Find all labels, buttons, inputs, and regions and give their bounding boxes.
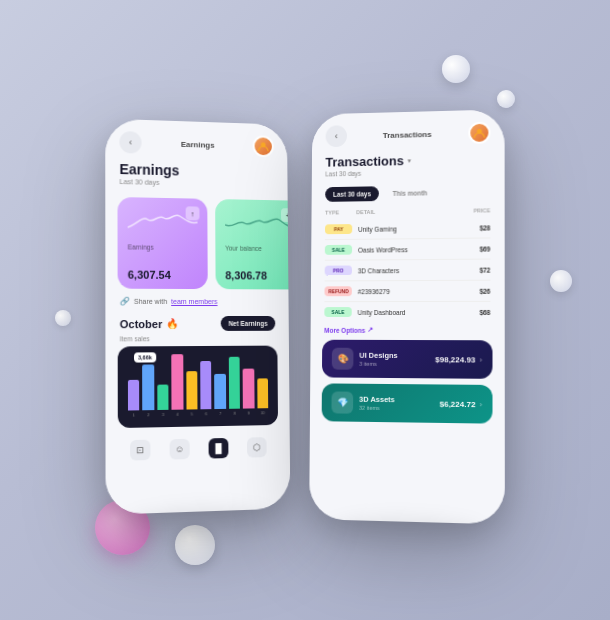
right-back-button[interactable]: ‹ [326, 125, 347, 147]
bottom-card-1[interactable]: 💎 3D Assets 32 items $6,224.72 › [322, 383, 493, 423]
balance-card: + Your balance 8,306.78 [215, 199, 290, 290]
bottom-card-0[interactable]: 🎨 UI Designs 3 items $98,224.93 › [322, 340, 493, 379]
bottom-card-info-1: 3D Assets 32 items [359, 395, 395, 411]
left-phone-top-bar: ‹ Earnings [105, 119, 287, 162]
right-phone-screen: ‹ Transactions Transactions ▾ Last 30 da… [309, 109, 505, 524]
bar-label-4: 4 [172, 412, 183, 417]
tx-name-2: 3D Characters [358, 266, 456, 274]
tx-name-4: Unity Dashboard [358, 308, 456, 315]
bar-1 [128, 380, 140, 411]
tx-price-4: $68 [462, 308, 490, 315]
bottom-card-value-row-1: $6,224.72 › [439, 399, 482, 409]
filter-tab-1[interactable]: This month [385, 185, 436, 201]
right-avatar [468, 122, 490, 144]
balance-card-icon: + [281, 208, 290, 222]
fire-icon: 🔥 [166, 318, 178, 329]
tx-price-1: $69 [462, 245, 490, 252]
bar-chart-tooltip: 3,66k [134, 352, 156, 362]
bottom-card-info-0: UI Designs 3 items [359, 351, 397, 367]
bottom-card-label-1: 3D Assets [359, 395, 395, 404]
bar-9 [243, 369, 254, 409]
earnings-card-label: Earnings [128, 243, 198, 251]
bar-label-7: 7 [215, 411, 226, 416]
tx-price-0: $28 [462, 224, 490, 231]
left-bottom-nav: ⊡ ☺ ▐▌ ⬡ [106, 429, 290, 472]
bar-7 [215, 374, 226, 409]
decorative-sphere-top-right [442, 55, 470, 83]
bar-3 [157, 385, 169, 410]
bar-label-9: 9 [243, 410, 254, 415]
october-label: October [120, 318, 163, 330]
th-type: TYPE [325, 209, 352, 215]
tx-badge-3: REFUND [324, 286, 351, 296]
transaction-row-4[interactable]: SALEUnity Dashboard$68 [311, 302, 505, 322]
october-row: October 🔥 Net Earnings [105, 314, 288, 335]
earnings-card: ↑ Earnings 6,307.54 [117, 197, 207, 289]
bar-5 [186, 371, 198, 409]
filter-tab-0[interactable]: Last 30 days [325, 186, 379, 202]
left-screen-title: Earnings [181, 139, 215, 149]
bar-label-10: 10 [257, 410, 268, 415]
tx-price-2: $72 [462, 266, 490, 273]
bar-8 [229, 357, 241, 409]
nav-icon-menu[interactable]: ⬡ [247, 437, 267, 457]
th-price: PRICE [462, 207, 490, 213]
share-text: Share with [134, 298, 167, 305]
nav-icon-chart[interactable]: ▐▌ [209, 438, 229, 459]
transactions-title-row: Transactions ▾ [325, 151, 490, 169]
right-phone: ‹ Transactions Transactions ▾ Last 30 da… [309, 109, 505, 524]
right-screen-title: Transactions [383, 130, 432, 140]
decorative-sphere-bottom-left [175, 525, 215, 565]
more-options-link[interactable]: More Options ↗ [311, 322, 505, 340]
bar-6 [200, 361, 212, 409]
tx-name-3: #23936279 [358, 287, 456, 294]
share-icon: 🔗 [120, 297, 130, 306]
bar-chart-area: 3,66k 12345678910 [118, 346, 278, 428]
bottom-card-label-0: UI Designs [359, 351, 397, 360]
net-earnings-button[interactable]: Net Earnings [221, 316, 276, 331]
tx-name-1: Oasis WordPress [358, 245, 456, 253]
october-left: October 🔥 [120, 318, 179, 330]
filter-tabs: Last 30 daysThis month [312, 180, 505, 210]
bar-label-5: 5 [186, 411, 197, 416]
balance-card-value: 8,306.78 [225, 269, 290, 281]
decorative-sphere-mid-left [55, 310, 71, 326]
bar-label-2: 2 [143, 412, 155, 417]
bar-label-8: 8 [229, 411, 240, 416]
tx-badge-0: PAY [325, 224, 352, 234]
bottom-card-sublabel-1: 32 items [359, 405, 395, 411]
earnings-header: Earnings Last 30 days [105, 157, 287, 197]
transaction-row-2[interactable]: PRO3D Characters$72 [311, 259, 505, 280]
left-avatar [253, 135, 274, 157]
left-back-button[interactable]: ‹ [119, 131, 141, 154]
transactions-chevron[interactable]: ▾ [408, 157, 412, 165]
bottom-card-arrow-0: › [480, 355, 483, 364]
more-options-label: More Options [324, 326, 365, 333]
left-phone-screen: ‹ Earnings Earnings Last 30 days ↑ [105, 119, 290, 515]
bottom-card-value-0: $98,224.93 [435, 355, 475, 364]
transaction-row-0[interactable]: PAYUnity Gaming$28 [311, 217, 504, 239]
left-phone: ‹ Earnings Earnings Last 30 days ↑ [105, 119, 290, 515]
bar-labels: 12345678910 [128, 410, 268, 417]
transactions-title: Transactions [325, 153, 403, 169]
transactions-header: Transactions ▾ Last 30 days [312, 147, 505, 183]
team-members-link[interactable]: team members [171, 298, 217, 305]
nav-icon-home[interactable]: ⊡ [130, 440, 150, 461]
share-row: 🔗 Share with team members [105, 297, 288, 314]
bottom-card-icon-1: 💎 [331, 391, 353, 413]
nav-icon-profile[interactable]: ☺ [169, 439, 189, 460]
transaction-row-1[interactable]: SALEOasis WordPress$69 [311, 238, 504, 260]
bottom-cards: 🎨 UI Designs 3 items $98,224.93 › 💎 3D A… [322, 340, 493, 424]
transaction-row-3[interactable]: REFUND#23936279$26 [311, 281, 505, 302]
tx-price-3: $26 [462, 287, 490, 294]
phones-container: ‹ Earnings Earnings Last 30 days ↑ [106, 120, 504, 520]
earnings-card-value: 6,307.54 [128, 269, 198, 282]
balance-card-label: Your balance [225, 245, 290, 253]
bar-label-3: 3 [157, 412, 169, 417]
decorative-sphere-mid-right [550, 270, 572, 292]
bottom-card-value-row-0: $98,224.93 › [435, 355, 482, 364]
bottom-card-arrow-1: › [480, 400, 483, 409]
bar-2 [143, 364, 155, 410]
bottom-card-value-1: $6,224.72 [439, 399, 475, 409]
decorative-sphere-top-right-small [497, 90, 515, 108]
